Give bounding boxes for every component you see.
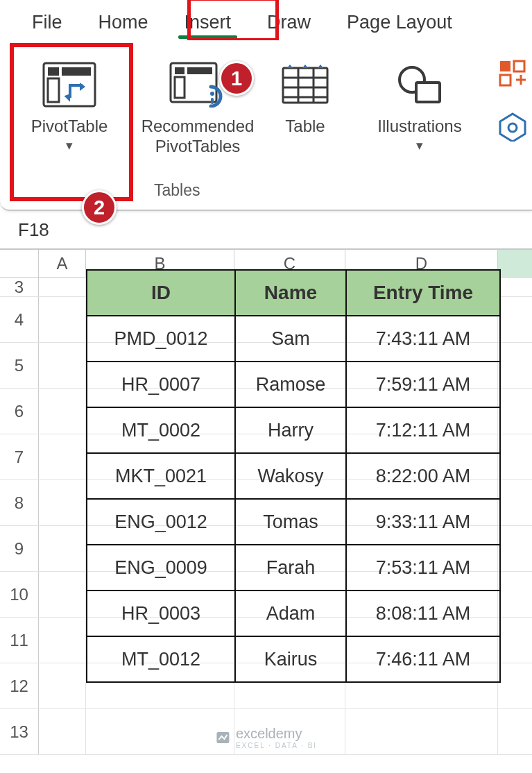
row-header[interactable]: 3 <box>0 278 39 296</box>
chevron-down-icon: ▾ <box>66 138 73 154</box>
tab-page-layout[interactable]: Page Layout <box>329 8 470 40</box>
pivottable-button[interactable]: PivotTable ▾ <box>14 53 125 157</box>
row-header[interactable]: 6 <box>0 389 39 434</box>
data-table: ID Name Entry Time PMD_0012 Sam 7:43:11 … <box>86 269 501 683</box>
callout-2: 2 <box>82 190 117 225</box>
svg-rect-19 <box>514 61 524 71</box>
table-row: ENG_0009 Farah 7:53:11 AM <box>87 545 500 591</box>
svg-rect-1 <box>48 67 59 76</box>
ribbon-insert: PivotTable ▾ Recommended PivotTables <box>0 40 532 211</box>
svg-rect-6 <box>187 67 212 74</box>
svg-rect-2 <box>62 67 91 76</box>
get-addins-icon[interactable] <box>497 58 528 89</box>
recommended-pivottables-icon <box>169 57 226 112</box>
cell-id[interactable]: MT_0002 <box>87 407 235 453</box>
row-header[interactable]: 9 <box>0 526 39 571</box>
pivottable-icon <box>42 57 96 112</box>
cell-id[interactable]: HR_0003 <box>87 591 235 636</box>
illustrations-label: Illustrations <box>377 117 461 137</box>
svg-rect-17 <box>416 83 440 102</box>
row-header[interactable]: 12 <box>0 663 39 708</box>
svg-point-24 <box>508 124 517 132</box>
tab-draw[interactable]: Draw <box>249 8 329 40</box>
row-header[interactable]: 5 <box>0 343 39 388</box>
cell-name[interactable]: Adam <box>235 591 346 636</box>
watermark-tag: EXCEL · DATA · BI <box>236 742 317 749</box>
recommended-pivottables-label-1: Recommended <box>141 117 255 137</box>
row-header[interactable]: 4 <box>0 297 39 342</box>
ribbon-group-label-tables: Tables <box>154 181 200 200</box>
chevron-down-icon: ▾ <box>416 138 423 154</box>
header-id[interactable]: ID <box>87 270 235 316</box>
table-row: MKT_0021 Wakosy 8:22:00 AM <box>87 453 500 499</box>
cell-name[interactable]: Ramose <box>235 362 346 407</box>
cell-name[interactable]: Farah <box>235 545 346 591</box>
watermark: exceldemy EXCEL · DATA · BI <box>215 726 317 749</box>
cell-id[interactable]: MT_0012 <box>87 636 235 682</box>
cell-id[interactable]: PMD_0012 <box>87 316 235 362</box>
table-row: ENG_0012 Tomas 9:33:11 AM <box>87 499 500 545</box>
addins-group <box>497 53 532 142</box>
callout-1: 1 <box>219 61 254 96</box>
table-row: HR_0007 Ramose 7:59:11 AM <box>87 362 500 407</box>
cell-name[interactable]: Tomas <box>235 499 346 545</box>
table-row: MT_0002 Harry 7:12:11 AM <box>87 407 500 453</box>
row-header[interactable]: 8 <box>0 480 39 525</box>
svg-rect-7 <box>175 77 185 98</box>
col-header-A[interactable]: A <box>39 250 86 277</box>
table-row: PMD_0012 Sam 7:43:11 AM <box>87 316 500 362</box>
cell-entry[interactable]: 7:59:11 AM <box>346 362 500 407</box>
svg-marker-23 <box>500 114 525 142</box>
table-row: MT_0012 Kairus 7:46:11 AM <box>87 636 500 682</box>
row-header[interactable]: 11 <box>0 618 39 663</box>
cell-name[interactable]: Kairus <box>235 636 346 682</box>
svg-rect-5 <box>175 67 185 74</box>
cell-name[interactable]: Harry <box>235 407 346 453</box>
cell-entry[interactable]: 7:43:11 AM <box>346 316 500 362</box>
tab-file[interactable]: File <box>14 8 80 40</box>
row-header[interactable]: 13 <box>0 709 39 754</box>
my-addins-icon[interactable] <box>497 111 528 142</box>
table-button[interactable]: Table <box>271 53 340 139</box>
row-header[interactable]: 10 <box>0 572 39 617</box>
formula-bar-row: F18 <box>0 211 532 250</box>
svg-point-8 <box>210 92 214 96</box>
table-label: Table <box>285 117 325 137</box>
recommended-pivottables-label-2: PivotTables <box>155 137 241 157</box>
menu-tabs: File Home Insert Draw Page Layout <box>0 0 532 40</box>
cell-entry[interactable]: 7:12:11 AM <box>346 407 500 453</box>
svg-rect-18 <box>500 61 510 71</box>
svg-rect-3 <box>48 78 59 102</box>
watermark-icon <box>215 730 230 745</box>
cell-name[interactable]: Wakosy <box>235 453 346 499</box>
cell-entry[interactable]: 8:08:11 AM <box>346 591 500 636</box>
cell-name[interactable]: Sam <box>235 316 346 362</box>
table-header-row: ID Name Entry Time <box>87 270 500 316</box>
cell-entry[interactable]: 9:33:11 AM <box>346 499 500 545</box>
select-all-corner[interactable] <box>0 250 39 277</box>
header-entry[interactable]: Entry Time <box>346 270 500 316</box>
header-name[interactable]: Name <box>235 270 346 316</box>
cell-entry[interactable]: 7:46:11 AM <box>346 636 500 682</box>
tab-insert[interactable]: Insert <box>166 8 250 40</box>
spreadsheet-grid: A B C D 3 4 5 6 7 8 9 10 <box>0 250 532 755</box>
cell-id[interactable]: HR_0007 <box>87 362 235 407</box>
illustrations-button[interactable]: Illustrations ▾ <box>361 53 479 157</box>
tab-home[interactable]: Home <box>80 8 166 40</box>
illustrations-icon <box>395 57 444 112</box>
svg-rect-9 <box>211 98 214 104</box>
col-header-E[interactable] <box>498 250 532 277</box>
table-icon <box>282 57 329 112</box>
watermark-brand: exceldemy <box>236 726 302 741</box>
cell-id[interactable]: ENG_0009 <box>87 545 235 591</box>
cell-id[interactable]: MKT_0021 <box>87 453 235 499</box>
svg-rect-20 <box>500 75 510 85</box>
table-row: HR_0003 Adam 8:08:11 AM <box>87 591 500 636</box>
cell-entry[interactable]: 7:53:11 AM <box>346 545 500 591</box>
pivottable-label: PivotTable <box>31 117 108 137</box>
cell-id[interactable]: ENG_0012 <box>87 499 235 545</box>
cell-entry[interactable]: 8:22:00 AM <box>346 453 500 499</box>
row-header[interactable]: 7 <box>0 434 39 479</box>
